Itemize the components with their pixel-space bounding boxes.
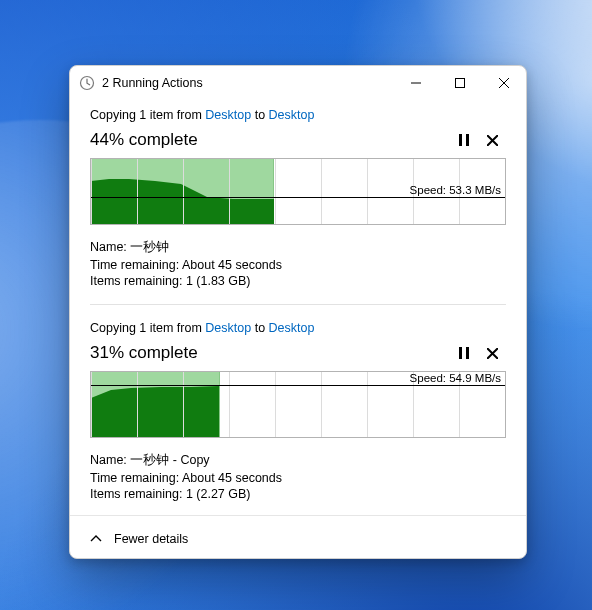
maximize-button[interactable]: [438, 66, 482, 100]
pause-button[interactable]: [450, 341, 478, 365]
copy-dialog-window: 2 Running Actions Copying 1 item from De…: [69, 65, 527, 559]
svg-rect-2: [459, 134, 462, 146]
chart-speed-label: Speed: 53.3 MB/s: [410, 184, 501, 197]
detail-label-name: Name:: [90, 240, 130, 254]
source-link[interactable]: Desktop: [205, 108, 251, 122]
copy-task: Copying 1 item from Desktop to Desktop 3…: [90, 313, 506, 501]
detail-value-time: About 45 seconds: [182, 258, 282, 272]
window-controls: [394, 66, 526, 100]
detail-value-items: 1 (2.27 GB): [186, 487, 251, 501]
window-title: 2 Running Actions: [102, 76, 394, 90]
details-toggle[interactable]: Fewer details: [70, 522, 526, 558]
svg-rect-6: [466, 347, 469, 359]
percent-complete: 44% complete: [90, 130, 450, 150]
detail-value-name: 一秒钟: [130, 240, 169, 254]
caption-mid: to: [251, 108, 268, 122]
detail-value-time: About 45 seconds: [182, 471, 282, 485]
svg-rect-5: [459, 347, 462, 359]
cancel-button[interactable]: [478, 128, 506, 152]
details-toggle-label: Fewer details: [114, 532, 188, 546]
svg-rect-3: [466, 134, 469, 146]
chart-speed-line: [91, 385, 505, 386]
task-separator: [90, 304, 506, 305]
chevron-up-icon: [90, 533, 102, 545]
footer-separator: [70, 515, 526, 516]
minimize-button[interactable]: [394, 66, 438, 100]
throughput-chart[interactable]: Speed: 54.9 MB/s: [90, 371, 506, 438]
chart-speed-label: Speed: 54.9 MB/s: [410, 372, 501, 385]
copy-task: Copying 1 item from Desktop to Desktop 4…: [90, 100, 506, 288]
detail-value-name: 一秒钟 - Copy: [130, 453, 209, 467]
chart-speed-line: [91, 197, 505, 198]
copy-caption: Copying 1 item from Desktop to Desktop: [90, 108, 506, 122]
cancel-button[interactable]: [478, 341, 506, 365]
throughput-chart[interactable]: Speed: 53.3 MB/s: [90, 158, 506, 225]
detail-label-time: Time remaining:: [90, 258, 182, 272]
detail-label-items: Items remaining:: [90, 274, 186, 288]
pause-button[interactable]: [450, 128, 478, 152]
detail-label-name: Name:: [90, 453, 130, 467]
source-link[interactable]: Desktop: [205, 321, 251, 335]
caption-prefix: Copying 1 item from: [90, 321, 205, 335]
copy-details: Name: 一秒钟 Time remaining: About 45 secon…: [90, 239, 506, 288]
clock-icon: [79, 75, 95, 91]
caption-prefix: Copying 1 item from: [90, 108, 205, 122]
titlebar[interactable]: 2 Running Actions: [70, 66, 526, 100]
detail-label-items: Items remaining:: [90, 487, 186, 501]
caption-mid: to: [251, 321, 268, 335]
detail-label-time: Time remaining:: [90, 471, 182, 485]
copy-caption: Copying 1 item from Desktop to Desktop: [90, 321, 506, 335]
window-close-button[interactable]: [482, 66, 526, 100]
copy-details: Name: 一秒钟 - Copy Time remaining: About 4…: [90, 452, 506, 501]
dest-link[interactable]: Desktop: [269, 321, 315, 335]
dest-link[interactable]: Desktop: [269, 108, 315, 122]
percent-complete: 31% complete: [90, 343, 450, 363]
svg-rect-1: [456, 79, 465, 88]
detail-value-items: 1 (1.83 GB): [186, 274, 251, 288]
